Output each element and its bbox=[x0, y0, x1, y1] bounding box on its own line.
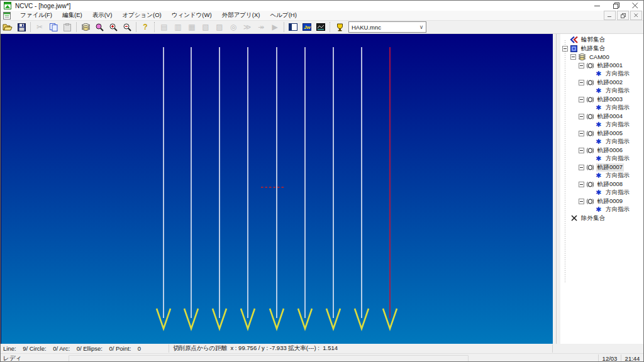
tree-collapse-box[interactable] bbox=[579, 199, 584, 204]
tree-collapse-box[interactable] bbox=[579, 63, 584, 69]
tree-item[interactable]: 軌跡0004 bbox=[560, 112, 644, 121]
tree-collapse-box[interactable] bbox=[579, 97, 584, 102]
zoom-in-icon[interactable] bbox=[107, 21, 120, 33]
tree-collapse-box[interactable] bbox=[579, 182, 584, 187]
tree-item[interactable]: 軌跡0009 bbox=[560, 197, 644, 206]
tree-collapse-box[interactable] bbox=[579, 114, 584, 119]
menu-item[interactable]: ウィンドウ(W) bbox=[167, 11, 217, 20]
mdi-minimize-icon[interactable] bbox=[604, 11, 616, 20]
tree-collapse-box[interactable] bbox=[579, 148, 584, 153]
sim-run-icon: ▶ bbox=[269, 21, 282, 33]
tree-item-label: 除外集合 bbox=[580, 214, 606, 222]
drawing-canvas[interactable] bbox=[1, 34, 553, 344]
sim-fast-forward-icon: ↠ bbox=[255, 21, 268, 33]
tree-item[interactable]: ✱方向指示 bbox=[560, 189, 644, 197]
jw-editor-icon[interactable]: Jw bbox=[301, 21, 314, 33]
layers-icon[interactable] bbox=[79, 21, 92, 33]
mdi-close-icon[interactable] bbox=[630, 11, 642, 20]
minimize-button[interactable] bbox=[588, 1, 607, 11]
contour-icon bbox=[570, 36, 578, 43]
gear-icon: ✱ bbox=[594, 172, 602, 179]
open-file-icon[interactable] bbox=[1, 21, 14, 33]
tree-collapse-box[interactable] bbox=[579, 131, 584, 136]
tree-item[interactable]: 軌跡0007 bbox=[560, 163, 644, 172]
window-title: NCVC - [hoge.jww*] bbox=[15, 3, 70, 9]
tree-item[interactable]: ✱方向指示 bbox=[560, 104, 644, 112]
tree-item-label: 軌跡集合 bbox=[580, 45, 606, 53]
menu-item[interactable]: 編集(E) bbox=[57, 11, 87, 20]
gear-icon: ✱ bbox=[594, 87, 602, 94]
svg-text:Jw: Jw bbox=[304, 25, 311, 30]
gear-icon: ✱ bbox=[594, 121, 602, 128]
panel-splitter[interactable] bbox=[553, 34, 560, 344]
tree-item[interactable]: ✱方向指示 bbox=[560, 155, 644, 163]
sim-last-block-icon: ▧ bbox=[199, 21, 213, 33]
gear-icon: ✱ bbox=[594, 138, 602, 145]
mdi-restore-icon[interactable] bbox=[617, 11, 629, 20]
menu-item[interactable]: ファイル(F) bbox=[15, 11, 57, 20]
track-icon bbox=[586, 164, 594, 171]
tree-item[interactable]: 軌跡0003 bbox=[560, 96, 644, 104]
close-button[interactable] bbox=[626, 1, 644, 11]
toolbar-separator bbox=[154, 22, 155, 32]
tree-item[interactable]: 除外集合 bbox=[560, 214, 644, 223]
tree-item[interactable]: 軌跡0002 bbox=[560, 79, 644, 87]
zoom-out-icon[interactable] bbox=[121, 21, 134, 33]
tree-item[interactable]: 軌跡0008 bbox=[560, 180, 644, 189]
tree-item[interactable]: 輪郭集合 bbox=[560, 36, 644, 45]
menu-bar: ファイル(F)編集(E)表示(V)オプション(O)ウィンドウ(W)外部アプリ(X… bbox=[1, 11, 644, 21]
tree-item-label: 軌跡0003 bbox=[596, 96, 624, 104]
tree-item[interactable]: 軌跡集合 bbox=[560, 45, 644, 53]
toolbar-separator bbox=[136, 22, 136, 32]
status-time: 21:44 bbox=[621, 354, 643, 362]
tree-item[interactable]: ✱方向指示 bbox=[560, 172, 644, 180]
copy-icon[interactable] bbox=[47, 21, 60, 33]
tree-item[interactable]: ✱方向指示 bbox=[560, 87, 644, 96]
tree-collapse-box[interactable] bbox=[579, 165, 584, 170]
restore-button[interactable] bbox=[607, 1, 626, 11]
tree-item[interactable]: ✱方向指示 bbox=[560, 121, 644, 129]
menu-item[interactable]: オプション(O) bbox=[117, 11, 166, 20]
tree-collapse-box[interactable] bbox=[570, 54, 576, 60]
view-toggle-icon[interactable] bbox=[287, 21, 300, 33]
tree-item-label: 方向指示 bbox=[604, 70, 631, 78]
tree-collapse-box[interactable] bbox=[579, 80, 584, 85]
track-icon bbox=[586, 147, 594, 154]
tree-item[interactable]: CAM00 bbox=[560, 53, 644, 62]
mdi-document-icon bbox=[3, 12, 11, 19]
gear-icon: ✱ bbox=[594, 206, 602, 213]
tree-collapse-box[interactable] bbox=[562, 46, 568, 52]
tree-item[interactable]: ✱方向指示 bbox=[560, 70, 644, 79]
help-icon[interactable]: ? bbox=[139, 21, 152, 33]
track-icon bbox=[586, 181, 594, 188]
gear-icon: ✱ bbox=[594, 189, 602, 196]
zoom-select-icon[interactable] bbox=[93, 21, 106, 33]
nc-file-combo[interactable]: HAKU.mnc ∨ bbox=[348, 21, 426, 33]
paste-icon bbox=[61, 21, 74, 33]
gear-icon: ✱ bbox=[594, 70, 602, 77]
menu-item[interactable]: 表示(V) bbox=[87, 11, 118, 20]
sim-skip-icon: ≫ bbox=[241, 21, 254, 33]
tree-item[interactable]: 軌跡0006 bbox=[560, 146, 644, 155]
status-bar-info: Line: 9/ Circle: 0/ Arc: 0/ Ellipse: 0/ … bbox=[1, 344, 644, 353]
gear-icon: ✱ bbox=[594, 155, 602, 162]
menu-item[interactable]: ヘルプ(H) bbox=[265, 11, 301, 20]
track-icon bbox=[586, 198, 594, 205]
nc-check-icon[interactable] bbox=[333, 21, 347, 33]
tree-item[interactable]: 軌跡0005 bbox=[560, 129, 644, 138]
tree-item-label: 軌跡0007 bbox=[596, 163, 624, 172]
trace-view-icon[interactable] bbox=[314, 21, 328, 33]
title-bar: NCVC - [hoge.jww*] bbox=[1, 1, 644, 11]
tree-item[interactable]: ✱方向指示 bbox=[560, 138, 644, 146]
tree-item-label: CAM00 bbox=[588, 53, 611, 60]
trackset-icon bbox=[570, 45, 578, 52]
menu-item[interactable]: 外部アプリ(X) bbox=[217, 11, 265, 20]
tree-item-label: 方向指示 bbox=[604, 121, 631, 129]
save-file-icon[interactable] bbox=[15, 21, 28, 33]
chevron-down-icon: ∨ bbox=[417, 24, 426, 30]
tree-item[interactable]: ✱方向指示 bbox=[560, 206, 644, 214]
track-icon bbox=[586, 130, 594, 137]
tree-item[interactable]: 軌跡0001 bbox=[560, 62, 644, 70]
tree-item-label: 軌跡0009 bbox=[596, 197, 624, 206]
object-tree: 輪郭集合軌跡集合CAM00軌跡0001✱方向指示軌跡0002✱方向指示軌跡000… bbox=[560, 34, 644, 344]
